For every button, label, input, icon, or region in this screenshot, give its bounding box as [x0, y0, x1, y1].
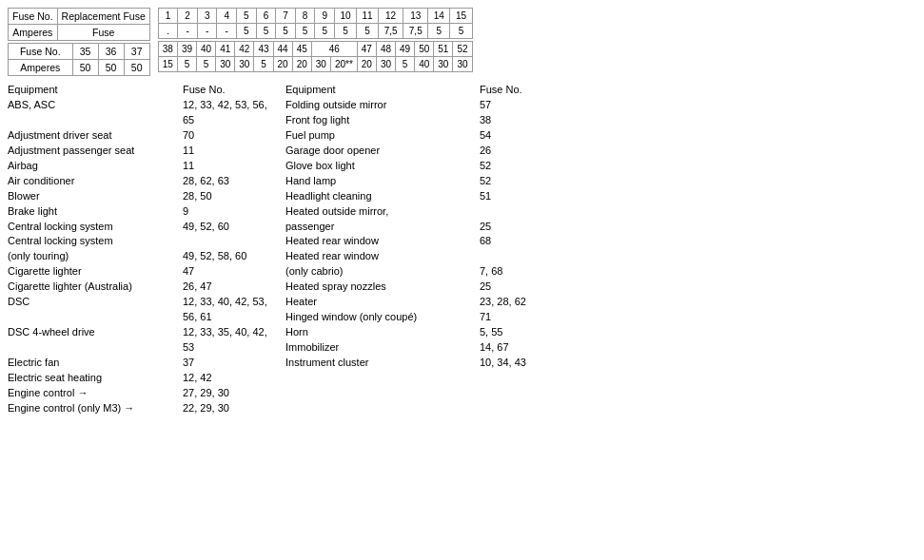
left-equip-item: DSC 4-wheel drive12, 33, 35, 40, 42, 53	[8, 325, 274, 356]
left-fuse-header: Fuse No.	[183, 84, 226, 95]
left-equip-item: Adjustment driver seat70	[8, 128, 274, 144]
left-equip-item: Engine control →27, 29, 30	[8, 386, 274, 401]
fv14: 5	[428, 24, 450, 39]
fv46a: 30	[311, 57, 330, 72]
fn39: 39	[177, 42, 196, 57]
fv45: 20	[292, 57, 311, 72]
fv51: 30	[434, 57, 453, 72]
fn13: 13	[403, 9, 428, 24]
left-equip-item: (only touring)49, 52, 58, 60	[8, 249, 274, 264]
equip-fuse: 47	[183, 264, 274, 280]
fv9: 5	[315, 24, 335, 39]
fn14: 14	[428, 9, 450, 24]
left-equip-rows: ABS, ASC12, 33, 42, 53, 56,65Adjustment …	[8, 98, 274, 416]
fuse-table-2: 38 39 40 41 42 43 44 45 46 47 48 49 50 5…	[158, 41, 473, 72]
right-equip-item: Heated spray nozzles25	[285, 280, 916, 295]
fv5: 5	[237, 24, 257, 39]
replacement-fuse-label: Replacement Fuse	[57, 9, 149, 25]
equip-fuse: 12, 33, 42, 53, 56,	[183, 98, 274, 113]
fv15: 5	[450, 24, 472, 39]
left-equip-item: Airbag11	[8, 159, 274, 174]
fn51: 51	[434, 42, 453, 57]
right-equip-name: Hand lamp	[285, 174, 476, 189]
right-equip-name: Immobilizer	[285, 340, 476, 356]
right-equip-fuse: 23, 28, 62	[480, 295, 916, 310]
fn11: 11	[356, 9, 378, 24]
right-equip-item: passenger25	[285, 220, 916, 235]
fuse-37: 37	[124, 44, 149, 60]
fv46b: 20**	[330, 57, 357, 72]
right-equip-fuse: 5, 55	[480, 325, 916, 340]
equip-name	[8, 113, 179, 128]
amp-36: 50	[98, 60, 124, 76]
fn41: 41	[216, 42, 235, 57]
right-equip-name: passenger	[285, 220, 476, 235]
right-equip-fuse	[480, 249, 916, 264]
equip-name: Electric seat heating	[8, 371, 179, 386]
right-equip-item: Glove box light52	[285, 159, 916, 174]
right-equip-name: Heated rear window	[285, 249, 476, 264]
fv47: 20	[357, 57, 376, 72]
right-equip-name: Fuel pump	[285, 128, 476, 144]
right-fuse-tables: 1 2 3 4 5 6 7 8 9 10 11 12 13 14 15	[158, 8, 473, 72]
right-equip-fuse: 14, 67	[480, 340, 916, 356]
right-equip-fuse: 68	[480, 234, 916, 249]
right-equip-fuse: 51	[480, 189, 916, 204]
right-equip-item: (only cabrio)7, 68	[285, 264, 916, 280]
fuse-label: Fuse	[57, 25, 149, 41]
right-equip-fuse: 25	[480, 220, 916, 235]
fn47: 47	[357, 42, 376, 57]
equip-fuse: 27, 29, 30	[183, 386, 274, 401]
left-equip-item: ABS, ASC12, 33, 42, 53, 56,	[8, 98, 274, 113]
right-equip-item: Heated rear window	[285, 249, 916, 264]
right-equip-item: Front fog light38	[285, 113, 916, 128]
amperes-cell: Amperes	[9, 60, 73, 76]
fn52: 52	[453, 42, 472, 57]
fv42: 30	[235, 57, 254, 72]
fn10: 10	[334, 9, 356, 24]
left-equip-header: Equipment	[8, 84, 179, 95]
equip-name: Central locking system	[8, 220, 179, 235]
fn9: 9	[315, 9, 335, 24]
fn50: 50	[415, 42, 434, 57]
right-equip-name: Heated outside mirror,	[285, 204, 476, 220]
equip-fuse: 26, 47	[183, 280, 274, 295]
fn5: 5	[237, 9, 257, 24]
main-container: Fuse No. Replacement Fuse Amperes Fuse F…	[8, 8, 916, 416]
right-equip-name: Headlight cleaning	[285, 189, 476, 204]
amperes-label: Amperes	[9, 25, 58, 41]
fn2: 2	[178, 9, 198, 24]
right-equipment-section: Equipment Fuse No. Folding outside mirro…	[285, 84, 916, 416]
right-fuse-header: Fuse No.	[480, 84, 522, 95]
fv48: 30	[376, 57, 395, 72]
fn12: 12	[378, 9, 403, 24]
right-equip-item: Horn5, 55	[285, 325, 916, 340]
right-equip-fuse	[480, 204, 916, 220]
equip-name: DSC	[8, 295, 179, 325]
right-equip-fuse: 10, 34, 43	[480, 356, 916, 371]
equip-fuse: 11	[183, 159, 274, 174]
equip-name: Airbag	[8, 159, 179, 174]
right-equip-item: Heater23, 28, 62	[285, 295, 916, 310]
fn40: 40	[197, 42, 216, 57]
equip-fuse: 12, 42	[183, 371, 274, 386]
fn49: 49	[396, 42, 415, 57]
fv52: 30	[453, 57, 472, 72]
equip-fuse: 9	[183, 204, 274, 220]
fv4: -	[217, 24, 237, 39]
right-equip-fuse: 57	[480, 98, 916, 113]
left-equipment-section: Equipment Fuse No. ABS, ASC12, 33, 42, 5…	[8, 84, 274, 416]
equip-fuse: 11	[183, 144, 274, 159]
equip-fuse: 37	[183, 356, 274, 371]
fv39: 5	[177, 57, 196, 72]
fn48: 48	[376, 42, 395, 57]
fn8: 8	[295, 9, 315, 24]
right-equip-item: Folding outside mirror57	[285, 98, 916, 113]
left-equip-item: Adjustment passenger seat11	[8, 144, 274, 159]
fuse-no-label: Fuse No.	[9, 9, 58, 25]
left-equip-item: Cigarette lighter (Australia)26, 47	[8, 280, 274, 295]
left-equip-item: Brake light9	[8, 204, 274, 220]
left-equip-item: Air conditioner28, 62, 63	[8, 174, 274, 189]
fn43: 43	[254, 42, 273, 57]
fuse-no-bottom-table: Fuse No. 35 36 37 Amperes 50 50 50	[8, 43, 150, 76]
